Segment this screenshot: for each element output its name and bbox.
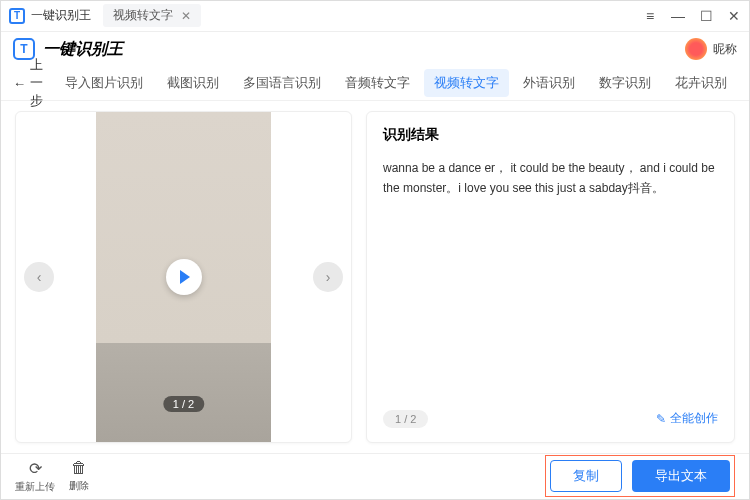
ai-create-label: 全能创作 [670,410,718,427]
tab-screenshot[interactable]: 截图识别 [157,69,229,97]
tab-video-to-text[interactable]: 视频转文字 [424,69,509,97]
delete-label: 删除 [69,479,89,493]
reupload-label: 重新上传 [15,480,55,494]
tab-number[interactable]: 数字识别 [589,69,661,97]
refresh-icon: ⟳ [29,459,42,478]
window-titlebar: T 一键识别王 视频转文字 ✕ ≡ — ☐ ✕ [1,1,749,32]
result-page-indicator: 1 / 2 [383,410,428,428]
video-panel: ‹ 1 / 2 › [15,111,352,443]
menu-icon[interactable]: ≡ [643,9,657,23]
pencil-icon: ✎ [656,412,666,426]
result-panel: 识别结果 wanna be a dance er， it could be th… [366,111,735,443]
tab-audio-to-text[interactable]: 音频转文字 [335,69,420,97]
close-window-icon[interactable]: ✕ [727,9,741,23]
titlebar-tab-label: 视频转文字 [113,7,173,24]
maximize-icon[interactable]: ☐ [699,9,713,23]
ai-create-button[interactable]: ✎ 全能创作 [656,410,718,427]
minimize-icon[interactable]: — [671,9,685,23]
tab-flower[interactable]: 花卉识别 [665,69,737,97]
nav-tabs: ← 上一步 导入图片识别 截图识别 多国语言识别 音频转文字 视频转文字 外语识… [1,67,749,101]
copy-button[interactable]: 复制 [550,460,622,492]
app-logo-small: T [9,8,25,24]
tab-foreign-lang[interactable]: 外语识别 [513,69,585,97]
titlebar-app-name: 一键识别王 [31,7,91,24]
tab-multilang[interactable]: 多国语言识别 [233,69,331,97]
titlebar-tab[interactable]: 视频转文字 ✕ [103,4,201,27]
export-button-group: 复制 导出文本 [545,455,735,497]
avatar[interactable] [685,38,707,60]
result-title: 识别结果 [383,126,718,144]
main-content: ‹ 1 / 2 › 识别结果 wanna be a dance er， it c… [1,101,749,453]
export-button[interactable]: 导出文本 [632,460,730,492]
app-title: 一键识别王 [43,39,123,60]
nickname-label: 昵称 [713,41,737,58]
app-header: T 一键识别王 昵称 [1,32,749,67]
play-icon [180,270,190,284]
back-arrow-icon: ← [13,76,26,91]
bottom-bar: ⟳ 重新上传 🗑 删除 复制 导出文本 [1,453,749,499]
window-buttons: ≡ — ☐ ✕ [643,9,741,23]
video-page-indicator: 1 / 2 [163,396,204,412]
prev-video-button[interactable]: ‹ [24,262,54,292]
result-footer: 1 / 2 ✎ 全能创作 [383,410,718,428]
delete-button[interactable]: 🗑 删除 [69,459,89,493]
next-video-button[interactable]: › [313,262,343,292]
reupload-button[interactable]: ⟳ 重新上传 [15,459,55,494]
tab-plant[interactable]: 植物识别 [741,69,750,97]
video-preview[interactable]: 1 / 2 [96,112,271,442]
result-text[interactable]: wanna be a dance er， it could be the bea… [383,158,718,400]
play-button[interactable] [166,259,202,295]
close-tab-icon[interactable]: ✕ [181,9,191,23]
tab-import-image[interactable]: 导入图片识别 [55,69,153,97]
trash-icon: 🗑 [71,459,87,477]
